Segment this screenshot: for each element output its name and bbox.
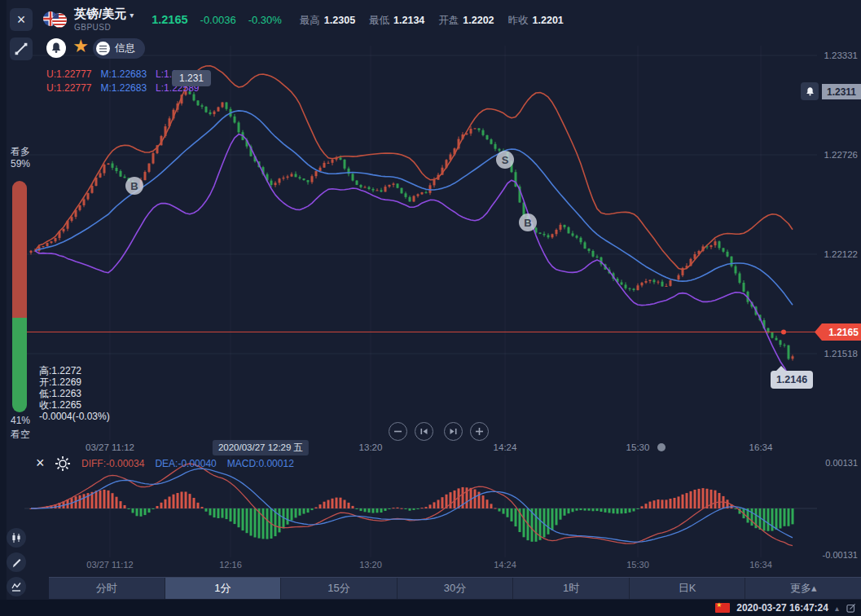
crosshair-date-badge: 2020/03/27 12:29 五	[213, 440, 309, 455]
trade-marker-B: B	[125, 177, 143, 195]
draw-tool-button[interactable]	[7, 552, 26, 572]
skip-start-icon	[419, 426, 429, 437]
stat-label: 昨收	[508, 15, 529, 26]
instrument-name: 英镑/美元	[74, 7, 126, 20]
gear-icon	[54, 455, 72, 473]
timeframe-tab[interactable]: 1时	[512, 578, 629, 599]
current-price-badge: 1.2165	[815, 323, 861, 341]
zoom-out-button[interactable]	[389, 422, 407, 441]
ohlc-line: 收:1.2265	[39, 399, 110, 411]
boll-m-value: M:1.22683	[100, 82, 147, 94]
timeframe-tab[interactable]: 1分	[165, 578, 281, 599]
status-bar: ★ 2020-03-27 16:47:24 ▴	[0, 600, 861, 616]
macd-close-button[interactable]: ×	[36, 455, 45, 472]
close-icon: ×	[17, 12, 26, 27]
macd-diff-value: DIFF:-0.00034	[81, 458, 144, 469]
notification-bell-button[interactable]	[46, 38, 66, 58]
favorite-star-button[interactable]: ★	[71, 37, 90, 56]
bull-label: 看多	[11, 145, 30, 159]
timeframe-tab[interactable]: 分时	[49, 578, 165, 599]
y-axis-label: 1.21518	[824, 349, 858, 359]
trade-marker-B: B	[519, 213, 537, 231]
indicator-button[interactable]	[7, 577, 26, 596]
header-stat: 最高1.2305	[300, 12, 355, 28]
ohlc-line: -0.0004(-0.03%)	[39, 411, 110, 422]
chart-type-button[interactable]	[7, 528, 26, 548]
x-axis-label: 03/27 11:12	[86, 442, 134, 452]
x-axis-label: 14:24	[494, 442, 517, 452]
macd-x-axis-label: 15:30	[626, 560, 649, 570]
macd-x-axis-label: 14:24	[494, 560, 516, 570]
macd-value-labels: DIFF:-0.00034 DEA:-0.00040 MACD:0.00012	[81, 458, 294, 469]
zoom-in-button[interactable]	[470, 422, 489, 441]
instrument-title-block[interactable]: 英镑/美元▾ GBPUSD	[74, 7, 134, 32]
macd-x-axis-label: 12:16	[219, 560, 242, 570]
minus-icon	[393, 426, 403, 437]
server-datetime: 2020-03-27 16:47:24	[736, 602, 828, 614]
header-stat: 开盘1.2202	[438, 12, 494, 28]
stat-label: 开盘	[438, 15, 459, 26]
edit-icon[interactable]	[846, 602, 857, 614]
price-change: -0.0036	[200, 14, 236, 26]
trendline-tool-button[interactable]	[10, 37, 33, 60]
timeframe-tab[interactable]: 30分	[397, 578, 513, 599]
timeframe-tab[interactable]: 日K	[629, 578, 745, 599]
skip-end-icon	[448, 426, 459, 437]
trendline-icon	[12, 40, 30, 58]
y-axis-label: 1.22726	[824, 150, 858, 160]
boll-u-value: U:1.22777	[46, 68, 91, 80]
last-price: 1.2165	[152, 13, 187, 26]
go-to-end-button[interactable]	[444, 422, 463, 441]
macd-settings-button[interactable]	[54, 455, 72, 473]
gauge-bull-segment	[12, 181, 27, 318]
y-axis-label: 1.22122	[824, 249, 858, 259]
macd-dea-value: DEA:-0.00040	[155, 458, 216, 469]
info-button[interactable]: 信息	[93, 38, 145, 59]
price-change-pct: -0.30%	[248, 14, 282, 26]
status-collapse-caret-icon[interactable]: ▴	[835, 604, 839, 613]
macd-macd-value: MACD:0.00012	[227, 458, 294, 469]
stat-label: 最高	[300, 15, 320, 26]
macd-x-axis-label: 13:20	[359, 560, 382, 570]
stat-value: 1.2305	[324, 15, 355, 26]
instrument-code: GBPUSD	[74, 23, 134, 32]
session-low-tooltip: 1.2146	[771, 371, 813, 389]
header: 英镑/美元▾ GBPUSD 1.2165 -0.0036 -0.30% 最高1.…	[42, 5, 578, 34]
macd-min-label: -0.00131	[823, 550, 858, 560]
chart-nav-controls	[389, 422, 496, 441]
gbpusd-flag-icon	[42, 11, 68, 29]
macd-max-label: 0.00131	[825, 458, 858, 468]
candlestick-icon	[10, 531, 23, 544]
x-axis-label: 16:34	[749, 442, 773, 452]
bell-icon	[49, 41, 64, 55]
close-icon: ×	[36, 455, 45, 471]
timeframe-tabbar: 分时1分15分30分1时日K更多▴	[49, 577, 861, 599]
instrument-dropdown-caret-icon[interactable]: ▾	[130, 11, 134, 20]
close-chart-button[interactable]: ×	[10, 8, 33, 31]
peak-price-tooltip: 1.231	[172, 70, 211, 86]
price-alert-badge[interactable]: 1.2311	[822, 84, 861, 99]
pencil-icon	[11, 557, 23, 569]
china-flag-icon: ★	[715, 603, 730, 613]
stat-label: 最低	[369, 15, 389, 26]
boll-m-value: M:1.22683	[100, 68, 147, 80]
timeframe-tab[interactable]: 更多▴	[745, 578, 861, 599]
sentiment-gauge	[12, 181, 27, 412]
indicator-zigzag-icon	[10, 580, 23, 593]
header-stat: 昨收1.2201	[508, 12, 564, 28]
axis-scrubber-dot[interactable]	[657, 443, 666, 451]
left-edge-strip	[0, 0, 7, 616]
bear-label: 看空	[11, 428, 30, 442]
boll-u-value: U:1.22777	[46, 82, 91, 94]
bear-percent: 41%	[11, 415, 30, 426]
x-axis-label: 13:20	[359, 442, 383, 452]
star-icon: ★	[72, 36, 89, 57]
gauge-bear-segment	[12, 318, 27, 412]
header-stats: 最高1.2305最低1.2134开盘1.2202昨收1.2201	[300, 12, 578, 28]
go-to-start-button[interactable]	[415, 422, 433, 441]
timeframe-tab[interactable]: 15分	[280, 578, 397, 599]
ohlc-line: 开:1.2269	[39, 376, 110, 388]
stat-value: 1.2202	[463, 15, 494, 26]
stat-value: 1.2201	[533, 15, 564, 26]
price-alert-bell-icon[interactable]	[801, 82, 819, 100]
